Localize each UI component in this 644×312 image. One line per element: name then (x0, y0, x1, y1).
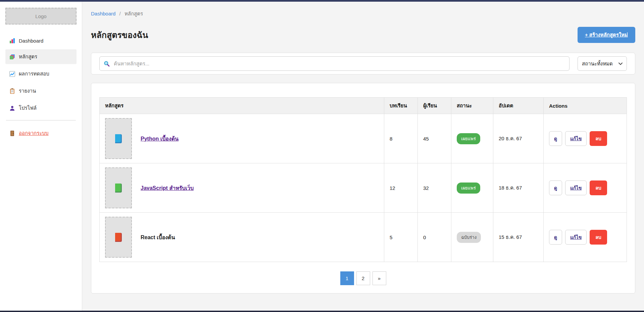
status-badge: เผยแพร่ (457, 183, 480, 194)
door-icon (9, 131, 15, 136)
search-icon (103, 60, 110, 67)
green-book-icon (115, 184, 122, 193)
next-page-button[interactable]: » (373, 271, 386, 285)
page-2-button[interactable]: 2 (356, 271, 370, 285)
edit-button[interactable]: แก้ไข (565, 230, 587, 245)
sidebar-item-test-results[interactable]: ผลการทดสอบ (5, 66, 77, 81)
logo-placeholder: Logo (5, 8, 77, 24)
course-thumbnail (105, 118, 132, 159)
breadcrumb: Dashboard / หลักสูตร (91, 10, 635, 18)
sidebar-divider (6, 120, 76, 120)
column-header-course: หลักสูตร (100, 98, 384, 114)
sidebar-item-label: รายงาน (19, 87, 36, 95)
table-row: Python เบื้องต้น 8 45 เผยแพร่ 20 ธ.ค. 67… (100, 114, 627, 163)
breadcrumb-separator: / (119, 11, 121, 16)
courses-table: หลักสูตร บทเรียน ผู้เรียน สถานะ อัปเดต A… (99, 97, 627, 262)
bar-chart-icon (9, 38, 15, 44)
sidebar-item-label: Dashboard (19, 38, 43, 44)
status-filter-select[interactable]: สถานะทั้งหมด (578, 56, 627, 71)
students-count: 0 (418, 213, 451, 262)
sidebar-item-label: หลักสูตร (19, 53, 37, 61)
edit-button[interactable]: แก้ไข (565, 131, 587, 146)
red-book-icon (115, 233, 122, 242)
delete-button[interactable]: ลบ (590, 230, 607, 245)
logout-link[interactable]: ออกจากระบบ (5, 129, 77, 137)
column-header-lessons: บทเรียน (384, 98, 418, 114)
search-field-wrapper (99, 56, 569, 71)
delete-button[interactable]: ลบ (590, 180, 607, 195)
page-title: หลักสูตรของฉัน (91, 28, 148, 42)
main-content: Dashboard / หลักสูตร หลักสูตรของฉัน + สร… (82, 2, 644, 311)
course-name-link[interactable]: Python เบื้องต้น (141, 135, 179, 143)
chart-increasing-icon (9, 71, 15, 77)
column-header-students: ผู้เรียน (418, 98, 451, 114)
students-count: 32 (418, 163, 451, 213)
bottom-accent-bar (0, 311, 644, 312)
filter-bar: สถานะทั้งหมด (91, 53, 635, 74)
blue-book-icon (115, 134, 122, 143)
updated-date: 15 ธ.ค. 67 (493, 213, 544, 262)
edit-button[interactable]: แก้ไข (565, 180, 587, 195)
sidebar-item-courses[interactable]: หลักสูตร (5, 49, 77, 64)
logout-label: ออกจากระบบ (19, 129, 49, 137)
sidebar-item-label: ผลการทดสอบ (19, 70, 49, 78)
students-count: 45 (418, 114, 451, 163)
pagination: 1 2 » (99, 271, 627, 285)
sidebar-item-dashboard[interactable]: Dashboard (5, 35, 77, 47)
breadcrumb-dashboard-link[interactable]: Dashboard (91, 11, 115, 16)
view-button[interactable]: ดู (549, 180, 562, 195)
updated-date: 20 ธ.ค. 67 (493, 114, 544, 163)
page-1-button[interactable]: 1 (340, 271, 354, 285)
table-row: JavaScript สำหรับเว็บ 12 32 เผยแพร่ 18 ธ… (100, 163, 627, 213)
course-name-link[interactable]: JavaScript สำหรับเว็บ (141, 184, 194, 192)
courses-table-card: หลักสูตร บทเรียน ผู้เรียน สถานะ อัปเดต A… (91, 83, 635, 294)
updated-date: 18 ธ.ค. 67 (493, 163, 544, 213)
status-badge: ฉบับร่าง (457, 232, 481, 243)
sidebar: Logo Dashboard หลักสูตร ผลการทดสอบ (0, 2, 82, 311)
delete-button[interactable]: ลบ (590, 131, 607, 146)
course-name-text: React เบื้องต้น (141, 233, 175, 242)
page-header: หลักสูตรของฉัน + สร้างหลักสูตรใหม่ (91, 27, 635, 43)
column-header-status: สถานะ (451, 98, 493, 114)
clipboard-icon (9, 88, 15, 94)
status-badge: เผยแพร่ (457, 133, 480, 144)
view-button[interactable]: ดู (549, 230, 562, 245)
course-thumbnail (105, 167, 132, 208)
sidebar-nav: Dashboard หลักสูตร ผลการทดสอบ รายงาน (5, 35, 77, 115)
lessons-count: 8 (384, 114, 418, 163)
lessons-count: 12 (384, 163, 418, 213)
status-filter-value: สถานะทั้งหมด (582, 60, 613, 68)
table-row: React เบื้องต้น 5 0 ฉบับร่าง 15 ธ.ค. 67 … (100, 213, 627, 262)
breadcrumb-current: หลักสูตร (125, 11, 143, 16)
table-header-row: หลักสูตร บทเรียน ผู้เรียน สถานะ อัปเดต A… (100, 98, 627, 114)
view-button[interactable]: ดู (549, 131, 562, 146)
lessons-count: 5 (384, 213, 418, 262)
sidebar-item-reports[interactable]: รายงาน (5, 84, 77, 98)
search-input[interactable] (99, 56, 569, 71)
chevron-down-icon (618, 62, 623, 65)
person-icon (9, 105, 15, 111)
books-icon (9, 54, 15, 60)
create-course-button[interactable]: + สร้างหลักสูตรใหม่ (578, 27, 635, 43)
column-header-actions: Actions (544, 98, 627, 114)
course-thumbnail (105, 217, 132, 258)
sidebar-item-profile[interactable]: โปรไฟล์ (5, 101, 77, 115)
column-header-updated: อัปเดต (493, 98, 544, 114)
sidebar-item-label: โปรไฟล์ (19, 104, 37, 112)
